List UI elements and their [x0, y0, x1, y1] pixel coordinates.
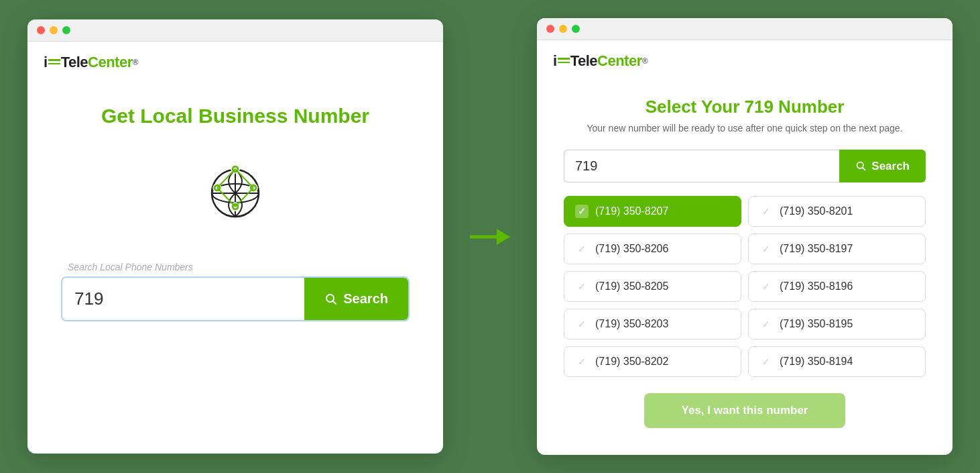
check-mark-7: ✓ [762, 319, 770, 329]
search-icon-right [855, 160, 867, 172]
check-mark-4: ✓ [578, 281, 586, 292]
left-content: Get Local Business Number [27, 78, 443, 454]
right-content: Select Your 719 Number Your new number w… [537, 76, 953, 455]
number-item-7[interactable]: ✓(719) 350-8195 [748, 309, 926, 339]
right-logo: iTeleCenter® [537, 40, 953, 76]
check-icon-9: ✓ [759, 355, 773, 368]
number-item-4[interactable]: ✓(719) 350-8205 [564, 271, 741, 302]
left-titlebar [27, 19, 443, 42]
left-search-row: Search [61, 276, 410, 321]
phone-number-6: (719) 350-8203 [595, 318, 668, 330]
svg-line-17 [333, 301, 336, 304]
search-label: Search Local Phone Numbers [68, 262, 193, 272]
right-logo-i: i [553, 52, 557, 70]
right-logo-tele: Tele [570, 52, 597, 70]
check-icon-7: ✓ [759, 317, 773, 331]
logo-trademark: ® [133, 58, 138, 67]
right-window: iTeleCenter® Select Your 719 Number Your… [537, 18, 953, 455]
svg-marker-19 [497, 229, 510, 245]
check-icon-2: ✓ [575, 242, 589, 256]
right-search-row: Search [564, 150, 926, 182]
logo-i: i [44, 54, 48, 71]
check-mark-1: ✓ [762, 206, 770, 217]
right-dot-yellow [559, 25, 567, 33]
dot-yellow [50, 26, 58, 34]
search-icon-left [324, 293, 338, 306]
left-search-btn-label: Search [343, 291, 388, 307]
right-dot-green [572, 25, 580, 33]
phone-number-8: (719) 350-8202 [595, 356, 668, 368]
check-mark-3: ✓ [762, 244, 770, 254]
svg-line-21 [863, 168, 865, 170]
phone-number-5: (719) 350-8196 [780, 280, 853, 293]
right-subtitle: Your new number will be ready to use aft… [564, 123, 926, 134]
number-item-6[interactable]: ✓(719) 350-8203 [564, 309, 741, 339]
phone-number-9: (719) 350-8194 [780, 356, 853, 368]
check-mark-0: ✓ [578, 206, 586, 217]
dot-red [37, 26, 45, 34]
left-logo: iTeleCenter® [27, 42, 443, 78]
phone-number-0: (719) 350-8207 [595, 205, 668, 217]
check-mark-6: ✓ [578, 319, 586, 329]
right-logo-trademark: ® [642, 56, 648, 66]
number-item-1[interactable]: ✓(719) 350-8201 [748, 196, 926, 227]
check-icon-1: ✓ [759, 205, 773, 218]
left-search-button[interactable]: Search [304, 278, 408, 320]
numbers-grid: ✓(719) 350-8207✓(719) 350-8201✓(719) 350… [564, 196, 926, 377]
check-mark-5: ✓ [762, 281, 770, 292]
right-search-input[interactable] [564, 150, 839, 182]
phone-number-2: (719) 350-8206 [595, 243, 668, 255]
number-item-8[interactable]: ✓(719) 350-8202 [564, 346, 741, 377]
check-icon-3: ✓ [759, 242, 773, 256]
number-item-5[interactable]: ✓(719) 350-8196 [748, 271, 926, 302]
phone-number-3: (719) 350-8197 [780, 243, 853, 255]
left-title: Get Local Business Number [101, 105, 369, 127]
check-mark-8: ✓ [578, 356, 586, 367]
right-search-button[interactable]: Search [839, 150, 926, 182]
check-icon-0: ✓ [575, 205, 589, 218]
cta-button[interactable]: Yes, I want this number [644, 393, 845, 428]
left-search-input[interactable] [62, 278, 304, 320]
dot-green-traffic [62, 26, 70, 34]
phone-number-1: (719) 350-8201 [780, 205, 853, 217]
logo-tele: Tele [61, 54, 88, 71]
right-search-btn-label: Search [871, 160, 910, 173]
logo-center: Center [88, 54, 133, 71]
right-logo-center: Center [597, 52, 642, 70]
globe-icon [198, 154, 272, 228]
number-item-9[interactable]: ✓(719) 350-8194 [748, 346, 926, 377]
right-dot-red [546, 25, 554, 33]
check-icon-8: ✓ [575, 355, 589, 368]
right-arrow-icon [470, 223, 510, 250]
check-icon-6: ✓ [575, 317, 589, 331]
check-icon-5: ✓ [759, 280, 773, 293]
phone-number-4: (719) 350-8205 [595, 280, 668, 293]
number-item-3[interactable]: ✓(719) 350-8197 [748, 233, 926, 264]
number-item-2[interactable]: ✓(719) 350-8206 [564, 233, 741, 264]
phone-number-7: (719) 350-8195 [780, 318, 853, 330]
check-mark-9: ✓ [762, 356, 770, 367]
right-titlebar [537, 18, 953, 40]
left-window: iTeleCenter® Get Local Business Number [27, 19, 443, 454]
right-title: Select Your 719 Number [564, 97, 926, 117]
arrow-container [470, 223, 510, 250]
check-icon-4: ✓ [575, 280, 589, 293]
check-mark-2: ✓ [578, 244, 586, 254]
number-item-0[interactable]: ✓(719) 350-8207 [564, 196, 741, 227]
